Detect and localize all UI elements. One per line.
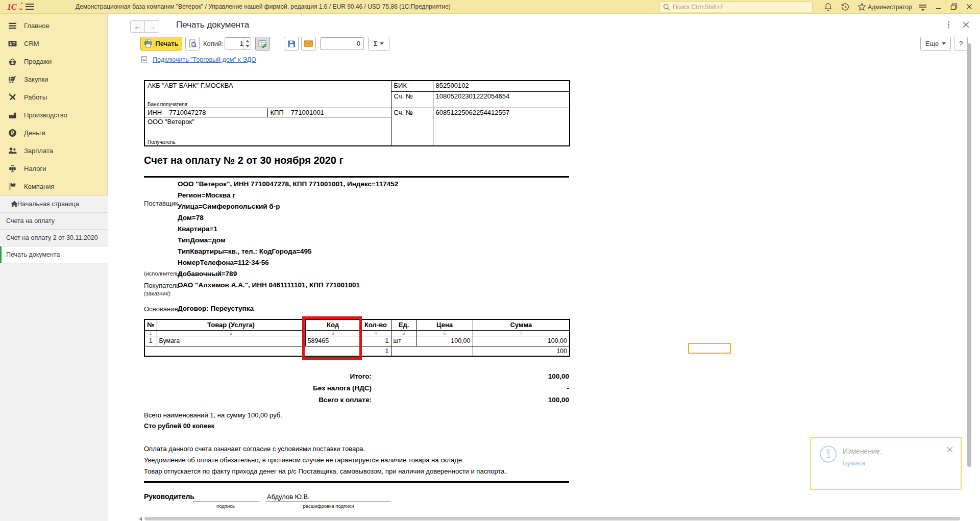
main-area: ← → Печать документа Печать: [108, 14, 980, 521]
items-summary: Всего наименований 1, на сумму 100,00 ру…: [144, 411, 282, 419]
sidebar-item-crm[interactable]: CRM: [0, 35, 108, 53]
amount-in-words: Сто рублей 00 копеек: [144, 422, 214, 430]
tools-icon: [8, 93, 17, 102]
horizontal-scrollbar[interactable]: [144, 517, 960, 520]
toast-item-link[interactable]: Бумага: [843, 459, 865, 467]
sidebar-filler: [0, 263, 108, 521]
inn-cell: ИНН7710047278: [144, 108, 267, 117]
window-title: Демонстрационная база компании "Ветерок"…: [76, 3, 451, 10]
title-divider: [144, 176, 569, 178]
supplier-address: ООО "Ветерок", ИНН 7710047278, КПП 77100…: [178, 179, 398, 280]
recipient-cell: ООО "Ветерок" Получатель: [144, 117, 391, 146]
tab-home-page[interactable]: Начальная страница: [0, 195, 108, 212]
history-icon[interactable]: [841, 3, 850, 12]
basis-value: Договор: Переуступка: [178, 305, 254, 312]
flag-icon: [8, 182, 17, 191]
supplier-sub-label: (исполнитель):: [144, 270, 182, 277]
field-highlight-box: [688, 343, 731, 354]
tab-invoices-list[interactable]: Счета на оплату: [0, 212, 108, 229]
code-column-highlight: [302, 316, 362, 360]
application-window: 1С Демонстрационная база компании "Ветер…: [0, 0, 980, 521]
signature-caption: расшифровка подписи: [266, 503, 390, 509]
signature-divider: [144, 481, 569, 483]
sidebar: Главное CRM Продажи Закупки Работы: [0, 14, 108, 521]
total-row: Без налога (НДС) -: [144, 384, 569, 394]
maximize-button[interactable]: [950, 3, 960, 11]
buyer-label: Покупатель: [144, 282, 180, 289]
sidebar-item-purchases[interactable]: Закупки: [0, 70, 108, 88]
menu-lines-icon: [8, 21, 17, 30]
recipient-caption: Получатель: [148, 139, 176, 145]
signature-role: Руководитель: [144, 492, 194, 501]
sidebar-item-company[interactable]: Компания: [0, 178, 108, 195]
favorites-star-icon[interactable]: [857, 3, 867, 12]
contact-card-icon: [8, 39, 17, 48]
bank-account-value: 10805202301222054654: [433, 91, 570, 108]
change-notification-toast[interactable]: Изменение: Бумага: [810, 437, 962, 490]
search-input[interactable]: [673, 4, 809, 11]
sidebar-item-works[interactable]: Работы: [0, 88, 108, 106]
bank-name-caption: Банк получателя: [148, 102, 187, 107]
sidebar-item-salary[interactable]: Зарплата: [0, 142, 108, 160]
buyer-sub-label: (заказчик):: [144, 290, 172, 296]
global-search: [659, 2, 813, 12]
search-icon: [663, 4, 670, 11]
basket-icon: [8, 57, 17, 66]
sidebar-item-sales[interactable]: Продажи: [0, 53, 108, 70]
kpp-cell: КПП771001001: [267, 108, 391, 117]
top-bar: 1С Демонстрационная база компании "Ветер…: [0, 0, 980, 14]
signature-caption: подпись: [192, 503, 259, 509]
bank-account-label: Сч. №: [391, 91, 433, 108]
people-icon: [8, 146, 17, 155]
tab-print-document[interactable]: Печать документа: [0, 246, 108, 263]
notifications-bell-icon[interactable]: [824, 3, 833, 12]
signature-line: [266, 502, 390, 502]
account-value: 60851225062254412557: [433, 108, 570, 146]
terms-line: Товар отпускается по факту прихода денег…: [144, 467, 506, 475]
main-menu-icon[interactable]: [26, 4, 34, 10]
factory-icon: [8, 111, 17, 119]
recipient-name: ООО "Ветерок": [148, 118, 388, 126]
invoice-title: Счет на оплату № 2 от 30 ноября 2020 г: [144, 155, 344, 166]
svg-text:₽: ₽: [11, 130, 14, 136]
signature-line: [192, 502, 259, 502]
vertical-scrollbar[interactable]: [967, 43, 971, 467]
info-icon: [819, 445, 838, 463]
bank-name-cell: АКБ "АВТ-БАНК" Г.МОСКВА Банк получателя: [144, 81, 391, 108]
eagle-emblem-icon: [8, 164, 17, 173]
basis-label: Основание:: [144, 305, 180, 313]
footer-sum: 100: [473, 346, 570, 356]
ruble-coin-icon: ₽: [8, 129, 17, 137]
terms-line: Уведомление об оплате обязательно, в про…: [144, 456, 464, 464]
current-user[interactable]: Администратор: [868, 4, 912, 11]
total-row: Всего к оплате: 100,00: [144, 396, 569, 406]
buyer-value: ОАО "Алхимов А.А.", ИНН 0461111101, КПП …: [178, 281, 360, 289]
total-row: Итого: 100,00: [144, 373, 569, 383]
signature-name: Абдулов Ю.В.: [267, 493, 310, 501]
1c-logo-icon: 1С: [7, 2, 22, 12]
supplier-label: Поставщик: [144, 200, 178, 207]
vertical-scrollbar-track: [966, 37, 971, 521]
bank-name: АКБ "АВТ-БАНК" Г.МОСКВА: [148, 82, 388, 89]
toast-close-icon[interactable]: [946, 446, 953, 453]
sidebar-item-production[interactable]: Производство: [0, 106, 108, 124]
bank-requisites-table: АКБ "АВТ-БАНК" Г.МОСКВА Банк получателя …: [144, 80, 570, 146]
sidebar-item-money[interactable]: ₽ Деньги: [0, 124, 108, 142]
minimize-button[interactable]: [935, 3, 944, 11]
sidebar-item-main[interactable]: Главное: [0, 17, 108, 35]
account-label: Сч. №: [391, 108, 433, 146]
service-menu-icon[interactable]: [919, 4, 928, 13]
toast-title: Изменение:: [843, 447, 882, 455]
bik-label: БИК: [391, 81, 433, 91]
sidebar-item-taxes[interactable]: Налоги: [0, 160, 108, 178]
svg-text:1С: 1С: [7, 3, 17, 11]
bik-value: 852500102: [433, 81, 570, 91]
tab-invoice-2[interactable]: Счет на оплату 2 от 30.11.2020: [0, 229, 108, 246]
close-window-button[interactable]: [966, 3, 975, 11]
cart-icon: [8, 75, 17, 84]
footer-qty: 1: [360, 346, 391, 356]
hscroll-left-arrow-icon[interactable]: [139, 517, 142, 521]
home-icon: [10, 200, 19, 209]
terms-line: Оплата данного счета означает согласие с…: [144, 445, 365, 453]
